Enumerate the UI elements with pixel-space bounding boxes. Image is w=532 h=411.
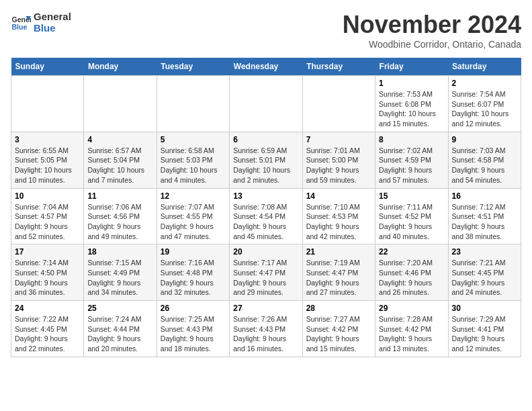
day-cell-2: 2Sunrise: 7:54 AM Sunset: 6:07 PM Daylig… — [448, 76, 521, 132]
day-number: 29 — [379, 304, 444, 313]
day-number: 22 — [379, 247, 444, 257]
month-title: November 2024 — [343, 11, 521, 39]
day-info: Sunrise: 7:10 AM Sunset: 4:53 PM Dayligh… — [306, 202, 371, 242]
day-cell-20: 20Sunrise: 7:17 AM Sunset: 4:47 PM Dayli… — [230, 244, 302, 301]
calendar-table: SundayMondayTuesdayWednesdayThursdayFrid… — [11, 58, 521, 357]
week-row-1: 1Sunrise: 7:53 AM Sunset: 6:08 PM Daylig… — [11, 76, 521, 132]
day-cell-23: 23Sunrise: 7:21 AM Sunset: 4:45 PM Dayli… — [448, 244, 521, 301]
week-row-5: 24Sunrise: 7:22 AM Sunset: 4:45 PM Dayli… — [11, 301, 521, 357]
week-row-4: 17Sunrise: 7:14 AM Sunset: 4:50 PM Dayli… — [11, 244, 521, 301]
weekday-sunday: Sunday — [11, 58, 84, 76]
empty-cell — [84, 76, 157, 132]
day-info: Sunrise: 7:26 AM Sunset: 4:43 PM Dayligh… — [233, 314, 298, 354]
day-number: 26 — [161, 304, 226, 313]
logo-general: General — [34, 11, 71, 22]
day-number: 17 — [15, 247, 80, 257]
day-number: 9 — [452, 135, 517, 144]
day-info: Sunrise: 7:01 AM Sunset: 5:00 PM Dayligh… — [306, 146, 371, 185]
empty-cell — [11, 76, 84, 132]
day-info: Sunrise: 7:53 AM Sunset: 6:08 PM Dayligh… — [379, 89, 444, 129]
weekday-friday: Friday — [375, 58, 448, 76]
day-cell-27: 27Sunrise: 7:26 AM Sunset: 4:43 PM Dayli… — [230, 301, 302, 357]
day-number: 1 — [379, 79, 444, 88]
day-number: 2 — [452, 79, 517, 88]
day-info: Sunrise: 7:08 AM Sunset: 4:54 PM Dayligh… — [233, 202, 298, 242]
day-info: Sunrise: 7:28 AM Sunset: 4:42 PM Dayligh… — [379, 314, 444, 354]
day-number: 28 — [306, 304, 371, 313]
empty-cell — [157, 76, 229, 132]
day-info: Sunrise: 7:21 AM Sunset: 4:45 PM Dayligh… — [452, 258, 517, 298]
day-info: Sunrise: 7:12 AM Sunset: 4:51 PM Dayligh… — [452, 202, 517, 242]
day-info: Sunrise: 7:04 AM Sunset: 4:57 PM Dayligh… — [15, 202, 80, 242]
calendar-body: 1Sunrise: 7:53 AM Sunset: 6:08 PM Daylig… — [11, 76, 521, 357]
day-cell-13: 13Sunrise: 7:08 AM Sunset: 4:54 PM Dayli… — [230, 188, 302, 244]
weekday-thursday: Thursday — [302, 58, 375, 76]
day-number: 18 — [87, 247, 152, 257]
day-info: Sunrise: 7:02 AM Sunset: 4:59 PM Dayligh… — [379, 146, 444, 185]
day-cell-29: 29Sunrise: 7:28 AM Sunset: 4:42 PM Dayli… — [375, 301, 448, 357]
day-cell-21: 21Sunrise: 7:19 AM Sunset: 4:47 PM Dayli… — [302, 244, 375, 301]
day-number: 7 — [306, 135, 371, 144]
weekday-tuesday: Tuesday — [157, 58, 229, 76]
day-info: Sunrise: 7:22 AM Sunset: 4:45 PM Dayligh… — [15, 314, 80, 354]
day-info: Sunrise: 7:19 AM Sunset: 4:47 PM Dayligh… — [306, 258, 371, 298]
weekday-wednesday: Wednesday — [230, 58, 302, 76]
day-number: 21 — [306, 247, 371, 257]
weekday-header-row: SundayMondayTuesdayWednesdayThursdayFrid… — [11, 58, 521, 76]
day-number: 14 — [306, 191, 371, 201]
day-cell-28: 28Sunrise: 7:27 AM Sunset: 4:42 PM Dayli… — [302, 301, 375, 357]
day-number: 11 — [87, 191, 152, 201]
day-cell-26: 26Sunrise: 7:25 AM Sunset: 4:43 PM Dayli… — [157, 301, 229, 357]
day-number: 23 — [452, 247, 517, 257]
week-row-2: 3Sunrise: 6:55 AM Sunset: 5:05 PM Daylig… — [11, 132, 521, 188]
weekday-saturday: Saturday — [448, 58, 521, 76]
day-cell-17: 17Sunrise: 7:14 AM Sunset: 4:50 PM Dayli… — [11, 244, 84, 301]
day-number: 4 — [87, 135, 152, 144]
day-info: Sunrise: 7:29 AM Sunset: 4:41 PM Dayligh… — [452, 314, 517, 354]
title-area: November 2024 Woodbine Corridor, Ontario… — [343, 11, 521, 50]
day-cell-18: 18Sunrise: 7:15 AM Sunset: 4:49 PM Dayli… — [84, 244, 157, 301]
logo: General Blue General Blue — [11, 11, 71, 34]
day-cell-3: 3Sunrise: 6:55 AM Sunset: 5:05 PM Daylig… — [11, 132, 84, 188]
day-number: 12 — [161, 191, 226, 201]
day-cell-30: 30Sunrise: 7:29 AM Sunset: 4:41 PM Dayli… — [448, 301, 521, 357]
day-cell-22: 22Sunrise: 7:20 AM Sunset: 4:46 PM Dayli… — [375, 244, 448, 301]
day-cell-25: 25Sunrise: 7:24 AM Sunset: 4:44 PM Dayli… — [84, 301, 157, 357]
day-cell-14: 14Sunrise: 7:10 AM Sunset: 4:53 PM Dayli… — [302, 188, 375, 244]
day-cell-15: 15Sunrise: 7:11 AM Sunset: 4:52 PM Dayli… — [375, 188, 448, 244]
day-cell-10: 10Sunrise: 7:04 AM Sunset: 4:57 PM Dayli… — [11, 188, 84, 244]
day-number: 6 — [233, 135, 298, 144]
day-info: Sunrise: 6:59 AM Sunset: 5:01 PM Dayligh… — [233, 146, 298, 185]
day-cell-7: 7Sunrise: 7:01 AM Sunset: 5:00 PM Daylig… — [302, 132, 375, 188]
day-cell-8: 8Sunrise: 7:02 AM Sunset: 4:59 PM Daylig… — [375, 132, 448, 188]
day-number: 19 — [161, 247, 226, 257]
day-info: Sunrise: 6:55 AM Sunset: 5:05 PM Dayligh… — [15, 146, 80, 185]
day-info: Sunrise: 6:57 AM Sunset: 5:04 PM Dayligh… — [87, 146, 152, 185]
svg-text:Blue: Blue — [12, 23, 28, 31]
day-number: 5 — [161, 135, 226, 144]
day-info: Sunrise: 7:16 AM Sunset: 4:48 PM Dayligh… — [161, 258, 226, 298]
location: Woodbine Corridor, Ontario, Canada — [343, 39, 521, 50]
day-cell-12: 12Sunrise: 7:07 AM Sunset: 4:55 PM Dayli… — [157, 188, 229, 244]
day-number: 13 — [233, 191, 298, 201]
day-info: Sunrise: 7:07 AM Sunset: 4:55 PM Dayligh… — [161, 202, 226, 242]
day-cell-1: 1Sunrise: 7:53 AM Sunset: 6:08 PM Daylig… — [375, 76, 448, 132]
weekday-monday: Monday — [84, 58, 157, 76]
day-cell-9: 9Sunrise: 7:03 AM Sunset: 4:58 PM Daylig… — [448, 132, 521, 188]
day-info: Sunrise: 7:11 AM Sunset: 4:52 PM Dayligh… — [379, 202, 444, 242]
day-cell-6: 6Sunrise: 6:59 AM Sunset: 5:01 PM Daylig… — [230, 132, 302, 188]
day-number: 16 — [452, 191, 517, 201]
logo-icon: General Blue — [11, 12, 31, 32]
day-number: 25 — [87, 304, 152, 313]
day-info: Sunrise: 7:17 AM Sunset: 4:47 PM Dayligh… — [233, 258, 298, 298]
day-cell-24: 24Sunrise: 7:22 AM Sunset: 4:45 PM Dayli… — [11, 301, 84, 357]
day-cell-19: 19Sunrise: 7:16 AM Sunset: 4:48 PM Dayli… — [157, 244, 229, 301]
day-number: 27 — [233, 304, 298, 313]
day-info: Sunrise: 6:58 AM Sunset: 5:03 PM Dayligh… — [161, 146, 226, 185]
day-number: 30 — [452, 304, 517, 313]
day-info: Sunrise: 7:27 AM Sunset: 4:42 PM Dayligh… — [306, 314, 371, 354]
logo-blue: Blue — [34, 22, 71, 34]
day-info: Sunrise: 7:15 AM Sunset: 4:49 PM Dayligh… — [87, 258, 152, 298]
empty-cell — [230, 76, 302, 132]
day-number: 15 — [379, 191, 444, 201]
